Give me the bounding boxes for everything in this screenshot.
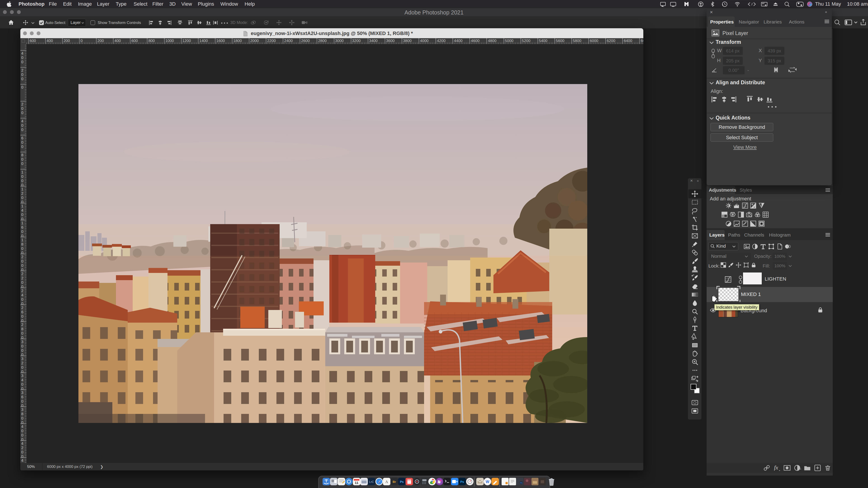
svg-text:W: W [486,480,489,484]
svg-text:fx: fx [774,464,778,471]
svg-text:Ps: Ps [520,482,522,484]
svg-text:11: 11 [355,481,359,485]
svg-text:Ps: Ps [400,480,403,484]
svg-text:LrC: LrC [369,480,374,484]
svg-text:Br: Br [393,480,396,484]
svg-text:Ps: Ps [460,480,464,484]
svg-text:A: A [385,480,388,484]
